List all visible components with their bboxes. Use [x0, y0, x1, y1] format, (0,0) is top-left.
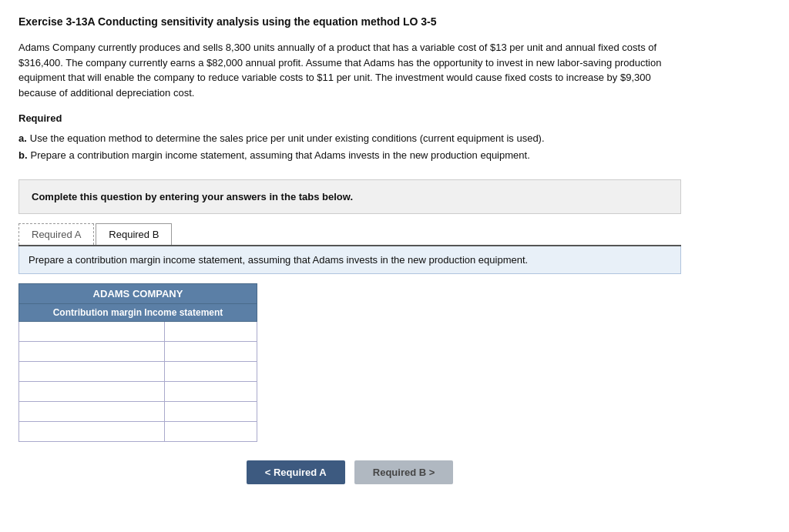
table-cell-value-5[interactable]: [165, 402, 257, 422]
table-cell-label-1[interactable]: [19, 322, 165, 342]
table-row: [19, 342, 257, 362]
required-label: Required: [18, 112, 771, 124]
task-b-letter: b.: [18, 147, 28, 164]
task-a-letter: a.: [18, 130, 27, 147]
task-a-text: Use the equation method to determine the…: [30, 130, 545, 147]
tab-required-a[interactable]: Required A: [18, 223, 94, 245]
table-cell-label-5[interactable]: [19, 402, 165, 422]
bottom-navigation: < Required A Required B >: [18, 460, 681, 484]
task-a: a. Use the equation method to determine …: [18, 130, 681, 147]
table-row: [19, 402, 257, 422]
table-cell-value-4[interactable]: [165, 382, 257, 402]
instruction-box: Complete this question by entering your …: [18, 179, 681, 214]
table-cell-value-2[interactable]: [165, 342, 257, 362]
nav-required-b-button[interactable]: Required B >: [354, 460, 454, 484]
tasks-list: a. Use the equation method to determine …: [18, 130, 681, 164]
tab-content: Prepare a contribution margin income sta…: [18, 246, 681, 274]
table-row: [19, 422, 257, 442]
table-row: [19, 362, 257, 382]
page-title: Exercise 3-13A Conducting sensitivity an…: [18, 15, 771, 28]
table-cell-value-1[interactable]: [165, 322, 257, 342]
table-cell-label-4[interactable]: [19, 382, 165, 402]
task-b-text: Prepare a contribution margin income sta…: [31, 147, 530, 164]
table-statement-title-row: Contribution margin Income statement: [19, 304, 257, 322]
table-cell-label-6[interactable]: [19, 422, 165, 442]
tab-content-text: Prepare a contribution margin income sta…: [29, 254, 528, 266]
table-section: ADAMS COMPANY Contribution margin Income…: [18, 283, 681, 442]
table-statement-title: Contribution margin Income statement: [19, 304, 257, 322]
intro-text: Adams Company currently produces and sel…: [18, 40, 681, 100]
table-company-name-row: ADAMS COMPANY: [19, 284, 257, 304]
table-company-name: ADAMS COMPANY: [19, 284, 257, 304]
table-cell-value-6[interactable]: [165, 422, 257, 442]
tabs-row: Required A Required B: [18, 223, 681, 246]
tab-required-b[interactable]: Required B: [96, 223, 172, 245]
table-cell-label-3[interactable]: [19, 362, 165, 382]
table-row: [19, 382, 257, 402]
table-cell-value-3[interactable]: [165, 362, 257, 382]
task-b: b. Prepare a contribution margin income …: [18, 147, 681, 164]
table-cell-label-2[interactable]: [19, 342, 165, 362]
tabs-container: Required A Required B Prepare a contribu…: [18, 223, 681, 484]
nav-required-a-button[interactable]: < Required A: [247, 460, 345, 484]
income-statement-table: ADAMS COMPANY Contribution margin Income…: [18, 283, 257, 442]
instruction-text: Complete this question by entering your …: [32, 191, 353, 202]
table-row: [19, 322, 257, 342]
